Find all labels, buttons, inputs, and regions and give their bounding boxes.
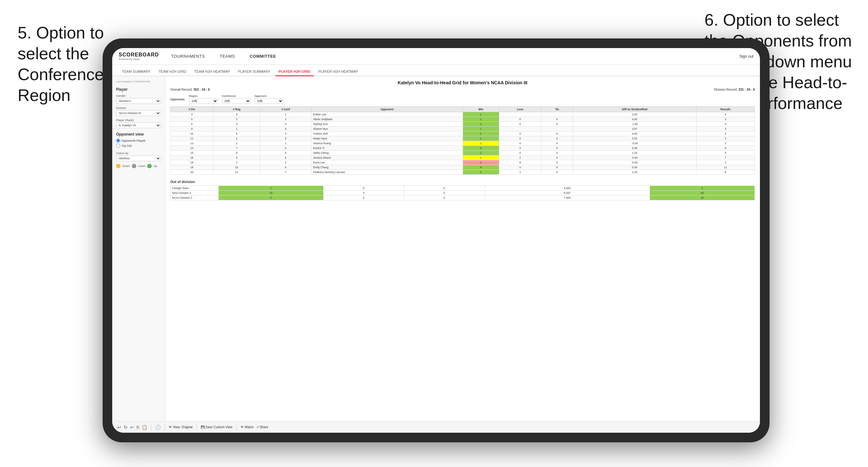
- view-original-btn[interactable]: 👁 View: Original: [169, 425, 193, 429]
- nav-committee[interactable]: COMMITTEE: [247, 53, 279, 60]
- cell-div: 14: [170, 146, 214, 151]
- cell-reg: 10: [213, 165, 260, 170]
- table-row: 6 3 3 Sydney Kuo 1 0 0 -1.00 3: [170, 122, 755, 127]
- cell-name: Jessica Mason: [311, 155, 463, 160]
- ood-cell-win: 15: [219, 191, 323, 195]
- legend: Down Level Up: [116, 164, 161, 168]
- cell-div: 10: [170, 131, 214, 136]
- cell-loss: 2: [499, 146, 541, 151]
- nav-sign-out[interactable]: Sign out: [739, 54, 753, 59]
- cell-win: 2: [463, 131, 499, 136]
- cell-div: 16: [170, 155, 214, 160]
- cell-win: 4: [463, 165, 499, 170]
- legend-dot-down: [116, 164, 121, 168]
- ood-cell-name: NCAA Division 2: [170, 195, 219, 200]
- cell-loss: 0: [499, 141, 541, 146]
- nav-tournaments[interactable]: TOURNAMENTS: [169, 53, 208, 60]
- top-nav: SCOREBOARD Powered by clippd TOURNAMENTS…: [112, 48, 760, 65]
- cell-conf: 6: [260, 155, 311, 160]
- cell-name: Sydney Kuo: [311, 122, 463, 127]
- cell-loss: 0: [499, 165, 541, 170]
- tab-player-summary[interactable]: PLAYER SUMMARY: [235, 68, 274, 76]
- ood-cell-rounds: 10: [650, 195, 755, 200]
- sidebar: Last Updated: 27/03/2024 AM Player Gende…: [112, 76, 165, 421]
- save-custom-view-btn[interactable]: 💾 Save Custom View: [201, 425, 232, 429]
- cell-reg: 8: [213, 151, 260, 155]
- ood-cell-win: 1: [219, 186, 323, 191]
- cell-tie: 0: [541, 165, 573, 170]
- cell-win: 1: [463, 117, 499, 122]
- conference-filter-select[interactable]: (All): [222, 98, 251, 104]
- clock-icon[interactable]: 🕐: [155, 425, 161, 430]
- cell-reg: 3: [213, 122, 260, 127]
- table-row: 9 1 4 Sharon Mun 1 3.67 3: [170, 127, 755, 131]
- tab-player-h2h-heatmap[interactable]: PLAYER H2H HEATMAP: [315, 68, 361, 76]
- table-row: 20 11 7 Federica Domecq Lacroze 2 1 0 1.…: [170, 170, 755, 175]
- cell-conf: 1: [260, 141, 311, 146]
- table-row: 16 3 6 Jessica Mason 1 2 0 -0.94 7: [170, 155, 755, 160]
- opponent-filter-label: Opponent: [255, 95, 283, 97]
- cell-name: Sharon Mun: [311, 127, 463, 131]
- tab-team-h2h-grid[interactable]: TEAM H2H GRID: [156, 68, 189, 76]
- radio-opponents-played[interactable]: Opponents Played: [116, 138, 161, 143]
- tablet-frame: SCOREBOARD Powered by clippd TOURNAMENTS…: [103, 38, 770, 442]
- cell-conf: 4: [260, 127, 311, 131]
- cell-diff: 1.50: [573, 112, 696, 117]
- opponent-filter-group: Opponent (All): [255, 95, 283, 104]
- tab-team-h2h-heatmap[interactable]: TEAM H2H HEATMAP: [191, 68, 233, 76]
- grid-area: Katelyn Vo Head-to-Head Grid for Women's…: [165, 76, 760, 421]
- region-filter-label: Region: [189, 95, 218, 97]
- player-rank-select[interactable]: 8. Katelyn Vo: [116, 122, 161, 128]
- cell-loss: 0: [499, 136, 541, 141]
- division-select[interactable]: NCAA Division III: [116, 110, 161, 116]
- out-of-division-table: Foreign Team 1 0 0 4.500 2 NAIA Division…: [170, 186, 755, 200]
- ood-table-row: NCAA Division 2 5 0 0 7.400 10: [170, 195, 755, 200]
- cell-tie: [541, 127, 573, 131]
- gender-select[interactable]: Women's: [116, 98, 161, 104]
- cell-rounds: 4: [696, 131, 754, 136]
- division-label: Division: [116, 106, 161, 110]
- legend-label-level: Level: [138, 164, 145, 168]
- copy-icon[interactable]: ⎘: [136, 425, 139, 430]
- cell-conf: 3: [260, 122, 311, 127]
- table-row: 10 6 3 Andrea York 2 0 0 4.00 4: [170, 131, 755, 136]
- cell-rounds: 3: [696, 122, 754, 127]
- undo-icon[interactable]: ↩: [117, 425, 121, 430]
- cell-tie: 0: [541, 151, 573, 155]
- records-row: Overall Record: 353 - 34 - 6 Division Re…: [170, 88, 755, 91]
- ood-cell-loss: 0: [323, 186, 404, 191]
- tab-team-summary[interactable]: TEAM SUMMARY: [119, 68, 154, 76]
- cell-tie: 0: [541, 155, 573, 160]
- ood-cell-rounds: 2: [650, 186, 755, 191]
- ood-cell-loss: 0: [323, 191, 404, 195]
- region-filter-select[interactable]: (All): [189, 98, 218, 104]
- cell-reg: 3: [213, 112, 260, 117]
- region-filter-group: Region (All): [189, 95, 218, 104]
- tab-player-h2h-grid[interactable]: PLAYER H2H GRID: [275, 68, 314, 76]
- undo2-icon[interactable]: ↩: [130, 425, 134, 430]
- watch-btn[interactable]: 👁 Watch: [241, 425, 254, 429]
- cell-tie: 0: [541, 131, 573, 136]
- cell-loss: 0: [499, 117, 541, 122]
- radio-top100[interactable]: Top 100: [116, 144, 161, 148]
- cell-diff: 3.33: [573, 136, 696, 141]
- col-header-conf: # Conf: [260, 107, 311, 112]
- opponent-filter-select[interactable]: (All): [255, 98, 283, 104]
- colour-by-select[interactable]: Win/loss: [116, 155, 161, 161]
- player-section-title: Player: [116, 87, 161, 92]
- cell-win: 1: [463, 127, 499, 131]
- nav-teams[interactable]: TEAMS: [217, 53, 237, 60]
- redo-icon[interactable]: ↻: [124, 425, 128, 430]
- cell-name: Heejo Hyun: [311, 136, 463, 141]
- share-btn[interactable]: ↗ Share: [256, 425, 268, 429]
- cell-conf: 2: [260, 160, 311, 165]
- table-row: 11 2 5 Heejo Hyun 1 0 0 3.33 3: [170, 136, 755, 141]
- cell-win: 1: [463, 155, 499, 160]
- table-row: 13 1 1 Jessica Huang 1 0 0 -3.00 2: [170, 141, 755, 146]
- cell-reg: 2: [213, 136, 260, 141]
- cell-conf: 7: [260, 170, 311, 175]
- grid-header: Katelyn Vo Head-to-Head Grid for Women's…: [170, 80, 755, 85]
- cell-rounds: 4: [696, 112, 754, 117]
- cell-loss: 0: [499, 131, 541, 136]
- paste-icon[interactable]: 📋: [142, 425, 147, 430]
